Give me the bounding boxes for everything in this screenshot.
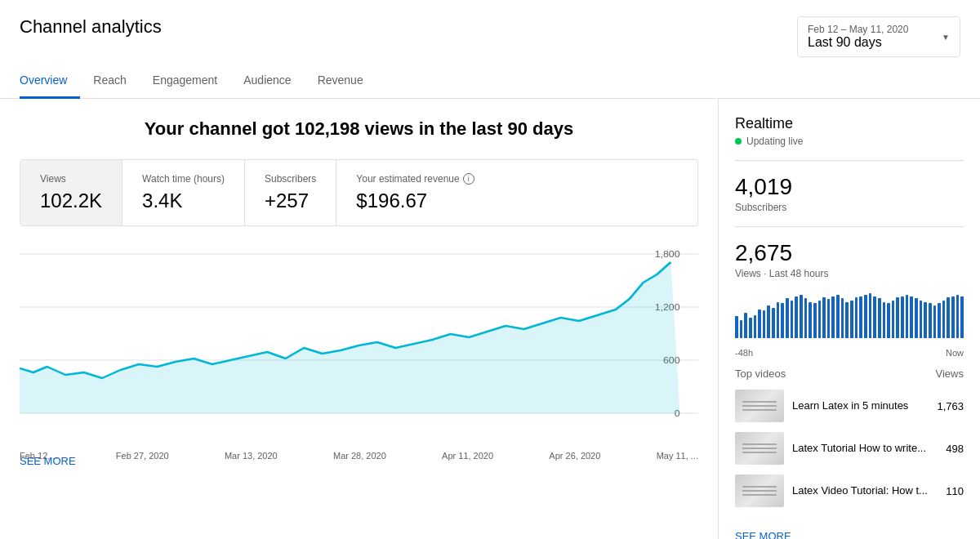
mini-bar-item <box>859 296 862 338</box>
mini-bar-item <box>744 313 747 338</box>
mini-bar-item <box>735 316 738 338</box>
video-views-2: 110 <box>946 485 964 497</box>
page-container: Channel analytics Feb 12 – May 11, 2020 … <box>0 0 980 539</box>
stat-subscribers: Subscribers +257 <box>245 160 336 225</box>
video-title-1: Latex Tutorial How to write... <box>792 442 938 456</box>
divider-2 <box>735 226 964 227</box>
realtime-subscribers-label: Subscribers <box>735 202 964 213</box>
mini-bar-item <box>869 293 872 338</box>
realtime-views-label: Views · Last 48 hours <box>735 268 964 279</box>
mini-bar-item <box>758 310 761 338</box>
mini-bar-item <box>910 296 913 338</box>
mini-bar-item <box>920 301 923 338</box>
mini-bar-item <box>749 318 752 338</box>
video-row-2[interactable]: Latex Video Tutorial: How t... 110 <box>735 474 964 507</box>
date-range-label: Last 90 days <box>808 35 908 50</box>
video-views-0: 1,763 <box>937 400 964 412</box>
video-thumb-2 <box>735 474 784 507</box>
video-thumb-inner-0 <box>735 390 784 422</box>
mini-bar-item <box>896 297 899 338</box>
mini-bar-item <box>929 303 932 338</box>
thumb-line <box>742 490 777 492</box>
mini-bar-item <box>951 296 955 338</box>
page-title: Channel analytics <box>20 16 162 38</box>
chart-date-5: Apr 26, 2020 <box>549 451 600 461</box>
stat-subscribers-label: Subscribers <box>265 173 316 185</box>
stat-watch-time-value: 3.4K <box>142 189 225 212</box>
tab-revenue[interactable]: Revenue <box>305 64 376 99</box>
top-videos-header: Top videos Views <box>735 368 964 380</box>
chart-date-2: Mar 13, 2020 <box>225 451 278 461</box>
stat-revenue-label: Your estimated revenue i <box>356 173 474 185</box>
date-range-content: Feb 12 – May 11, 2020 Last 90 days <box>808 24 908 50</box>
video-thumb-inner-1 <box>735 432 784 465</box>
mini-chart-labels: -48h Now <box>735 348 964 358</box>
chart-date-4: Apr 11, 2020 <box>442 451 493 461</box>
mini-bar-item <box>808 302 812 338</box>
thumb-line <box>742 494 777 496</box>
mini-bar-item <box>791 301 794 338</box>
stat-views-value: 102.2K <box>40 189 102 212</box>
stat-views: Views 102.2K <box>20 160 122 225</box>
mini-bar-item <box>956 295 960 338</box>
thumb-line <box>742 448 777 449</box>
video-thumb-inner-2 <box>735 474 784 507</box>
video-title-0: Learn Latex in 5 minutes <box>792 399 929 413</box>
chart-date-3: Mar 28, 2020 <box>333 451 386 461</box>
mini-bar-item <box>772 308 775 338</box>
mini-bar-item <box>786 298 789 338</box>
left-panel: Your channel got 102,198 views in the la… <box>0 99 719 539</box>
mini-bar-item <box>850 301 853 338</box>
mini-bar-item <box>887 303 890 338</box>
chart-dates: Feb 12, ... Feb 27, 2020 Mar 13, 2020 Ma… <box>20 451 698 461</box>
chevron-down-icon: ▼ <box>942 33 950 42</box>
video-row-0[interactable]: Learn Latex in 5 minutes 1,763 <box>735 390 964 422</box>
mini-bar-item <box>873 296 876 338</box>
live-dot-icon <box>735 138 742 145</box>
realtime-title: Realtime <box>735 115 964 132</box>
realtime-see-more-link[interactable]: SEE MORE <box>735 530 791 539</box>
mini-bar-item <box>781 303 784 338</box>
mini-bar-item <box>822 297 826 338</box>
right-panel: Realtime Updating live 4,019 Subscribers… <box>719 99 980 539</box>
mini-bar-item <box>878 298 881 338</box>
mini-chart-label-right: Now <box>946 348 964 358</box>
video-title-2: Latex Video Tutorial: How t... <box>792 484 938 498</box>
stat-revenue-value: $196.67 <box>356 189 474 212</box>
mini-bar-item <box>795 296 798 338</box>
mini-bar-item <box>836 295 840 338</box>
mini-bar-item <box>947 297 950 338</box>
realtime-subscribers-value: 4,019 <box>735 174 964 200</box>
mini-bar-item <box>763 310 766 338</box>
tab-audience[interactable]: Audience <box>230 64 304 99</box>
mini-bar-chart <box>735 289 964 338</box>
mini-bar-item <box>754 315 757 338</box>
thumb-line <box>742 405 777 407</box>
mini-bar-item <box>777 302 780 338</box>
mini-bar-item <box>883 302 886 338</box>
stat-revenue: Your estimated revenue i $196.67 <box>336 160 493 225</box>
tab-engagement[interactable]: Engagement <box>140 64 230 99</box>
updating-live-label: Updating live <box>746 136 803 147</box>
mini-chart-label-left: -48h <box>735 348 753 358</box>
stat-watch-time-label: Watch time (hours) <box>142 173 225 185</box>
date-range-selector[interactable]: Feb 12 – May 11, 2020 Last 90 days ▼ <box>797 16 960 57</box>
mini-bar-item <box>740 320 743 338</box>
mini-bar-item <box>915 298 918 338</box>
mini-bar-item <box>831 296 835 338</box>
stat-views-label: Views <box>40 173 102 185</box>
mini-bar-item <box>942 301 946 338</box>
mini-bar-item <box>841 298 844 338</box>
updating-live: Updating live <box>735 136 964 147</box>
mini-bar-item <box>864 295 867 338</box>
revenue-info-icon[interactable]: i <box>463 173 474 185</box>
tab-overview[interactable]: Overview <box>20 64 80 99</box>
thumb-line <box>742 409 777 411</box>
video-views-1: 498 <box>946 443 964 455</box>
tab-reach[interactable]: Reach <box>80 64 139 99</box>
mini-bar-item <box>804 298 808 338</box>
chart-date-1: Feb 27, 2020 <box>116 451 169 461</box>
mini-bar-item <box>813 303 817 338</box>
video-row-1[interactable]: Latex Tutorial How to write... 498 <box>735 432 964 465</box>
chart-svg: 1,800 1,200 600 0 <box>20 246 698 442</box>
